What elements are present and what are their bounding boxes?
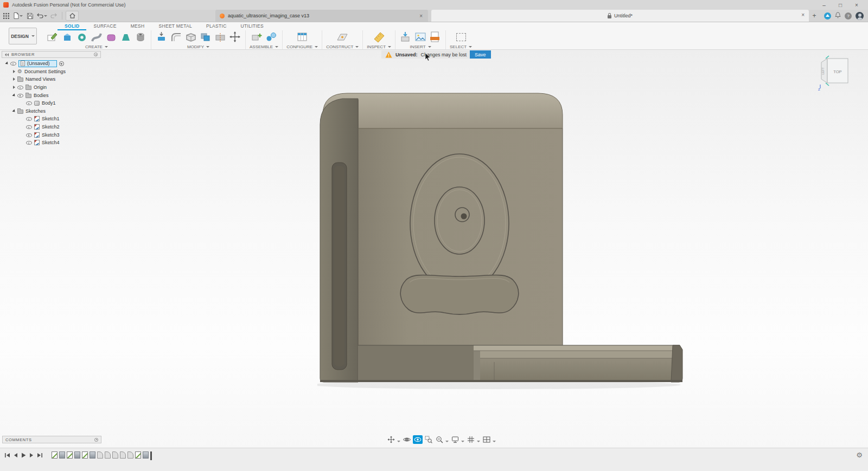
model-base-ledge[interactable]	[480, 351, 680, 358]
timeline-go-to-start-button[interactable]	[3, 451, 11, 459]
timeline-play-button[interactable]	[20, 451, 28, 459]
save-icon-button[interactable]	[24, 10, 36, 22]
press-pull-button[interactable]	[155, 31, 168, 43]
browser-handle-icon[interactable]	[94, 53, 98, 56]
move-button[interactable]	[228, 31, 241, 43]
joint-button[interactable]	[265, 31, 278, 43]
create-sketch-button[interactable]	[46, 31, 59, 43]
notifications-button[interactable]	[835, 11, 841, 21]
insert-dxf-button[interactable]	[429, 31, 442, 43]
sketch-feature-icon[interactable]	[52, 451, 58, 459]
sketch-feature-icon[interactable]	[135, 451, 141, 459]
tab-solid[interactable]: SOLID	[58, 23, 86, 30]
new-document-button[interactable]: +	[809, 10, 820, 22]
look-at-button[interactable]	[413, 435, 423, 444]
construct-group-label[interactable]: CONSTRUCT	[326, 44, 359, 49]
display-settings-caret-icon[interactable]	[461, 441, 464, 442]
user-avatar[interactable]	[856, 12, 864, 20]
viewcube-corner-highlight2[interactable]	[826, 83, 829, 86]
loft-button[interactable]	[119, 31, 132, 43]
timeline-go-to-end-button[interactable]	[36, 451, 44, 459]
document-tab-untitled[interactable]: Untitled* ×	[431, 10, 809, 22]
model-base-front[interactable]	[480, 358, 680, 382]
shell-button[interactable]	[184, 31, 197, 43]
root-expand-icon[interactable]	[5, 62, 9, 66]
fillet-feature-icon[interactable]	[120, 451, 126, 459]
insert-canvas-button[interactable]	[414, 31, 427, 43]
root-add-icon[interactable]	[59, 61, 64, 66]
timeline-settings-gear-icon[interactable]: ⚙	[856, 451, 863, 459]
expand-icon[interactable]	[13, 86, 15, 89]
fillet-button[interactable]	[170, 31, 183, 43]
zoom-window-button[interactable]	[424, 435, 433, 444]
extensions-icon[interactable]	[824, 12, 831, 20]
create-form-button[interactable]	[105, 31, 118, 43]
undo-button[interactable]	[36, 10, 48, 22]
visibility-icon[interactable]	[26, 116, 32, 121]
sidebar-item-sketches[interactable]: Sketches	[2, 107, 101, 115]
timeline-step-back-button[interactable]	[11, 451, 20, 459]
viewport-canvas[interactable]: Unsaved: Changes may be lost Save BROWSE…	[0, 50, 868, 448]
sweep-button[interactable]	[90, 31, 103, 43]
app-grid-icon[interactable]	[0, 10, 12, 22]
sidebar-item-sketch1[interactable]: Sketch1	[2, 115, 101, 123]
model-base-endcap[interactable]	[671, 345, 682, 382]
create-group-label[interactable]: CREATE	[85, 44, 108, 49]
model-base-top-edge[interactable]	[474, 345, 680, 351]
viewports-caret-icon[interactable]	[493, 441, 496, 442]
close-untitled-tab-icon[interactable]: ×	[800, 12, 806, 18]
grid-settings-caret-icon[interactable]	[477, 441, 480, 442]
browser-root[interactable]: (Unsaved)	[18, 60, 57, 67]
extrude-feature-icon[interactable]	[90, 451, 95, 459]
zoom-caret-icon[interactable]	[445, 441, 449, 442]
document-tab-active[interactable]: aquatic_ultrasonic_imaging_case v13 ×	[215, 10, 428, 22]
collapse-browser-icon[interactable]	[5, 53, 9, 56]
zoom-button[interactable]	[435, 435, 444, 444]
minimize-button[interactable]: –	[816, 0, 832, 10]
fillet-feature-icon[interactable]	[127, 451, 133, 459]
timeline-position-marker[interactable]	[150, 451, 152, 460]
sidebar-item-sketch3[interactable]: Sketch3	[2, 131, 101, 139]
expand-icon[interactable]	[12, 93, 16, 97]
configure-button[interactable]	[296, 31, 309, 43]
sidebar-item-sketch2[interactable]: Sketch2	[2, 123, 101, 131]
file-menu-button[interactable]	[12, 10, 24, 22]
tab-plastic[interactable]: PLASTIC	[199, 23, 234, 30]
visibility-icon[interactable]	[26, 100, 32, 106]
orbit-button[interactable]	[402, 435, 412, 444]
help-icon[interactable]: ?	[845, 12, 852, 20]
viewcube-corner-highlight1[interactable]	[826, 56, 829, 59]
root-visibility-icon[interactable]	[10, 61, 16, 66]
viewcube[interactable]: TOP LEFT Z	[817, 54, 853, 93]
visibility-icon[interactable]	[26, 124, 32, 130]
select-button[interactable]	[455, 31, 468, 43]
redo-button[interactable]	[48, 10, 60, 22]
model-base-left[interactable]	[358, 345, 474, 382]
visibility-icon[interactable]	[26, 132, 32, 138]
save-button[interactable]: Save	[470, 50, 491, 59]
sidebar-item-origin[interactable]: Origin	[2, 83, 101, 92]
extrude-feature-icon[interactable]	[143, 451, 149, 459]
construct-plane-button[interactable]	[336, 31, 349, 43]
sketch-feature-icon[interactable]	[82, 451, 88, 459]
modify-group-label[interactable]: MODIFY	[187, 44, 209, 49]
display-settings-button[interactable]	[450, 435, 460, 444]
model-aquatic-ultrasonic-imaging-case[interactable]	[317, 92, 692, 396]
sidebar-item-bodies[interactable]: Bodies	[2, 91, 101, 99]
close-button[interactable]: ×	[848, 0, 865, 10]
tab-utilities[interactable]: UTILITIES	[234, 23, 271, 30]
viewports-button[interactable]	[482, 435, 492, 444]
home-button[interactable]	[66, 11, 79, 21]
expand-icon[interactable]	[12, 109, 16, 113]
comments-handle-icon[interactable]	[94, 438, 98, 442]
tab-sheet-metal[interactable]: SHEET METAL	[152, 23, 200, 30]
pan-button[interactable]	[386, 435, 396, 444]
extrude-button[interactable]	[61, 31, 74, 43]
tab-surface[interactable]: SURFACE	[86, 23, 123, 30]
visibility-icon[interactable]	[26, 140, 32, 145]
model-top-surface[interactable]	[323, 93, 563, 128]
fillet-feature-icon[interactable]	[105, 451, 111, 459]
workspace-selector[interactable]: DESIGN	[9, 28, 37, 44]
close-tab-icon[interactable]: ×	[418, 13, 424, 19]
grid-settings-button[interactable]	[466, 435, 476, 444]
